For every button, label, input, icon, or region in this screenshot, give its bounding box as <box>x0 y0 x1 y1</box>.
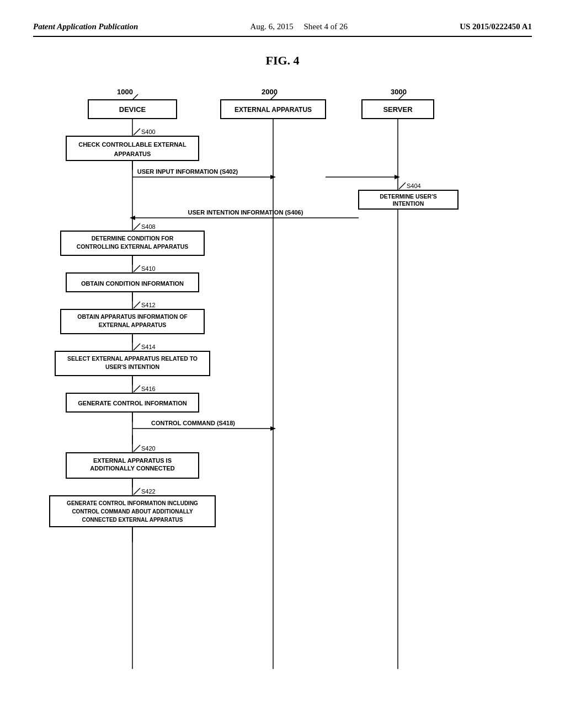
s414-text-line1: SELECT EXTERNAL APPARATUS RELATED TO <box>67 355 198 362</box>
s406-label: USER INTENTION INFORMATION (S406) <box>188 209 303 216</box>
page-header: Patent Application Publication Aug. 6, 2… <box>33 22 532 37</box>
arrow-to-server <box>395 175 400 179</box>
svg-line-7 <box>399 183 406 189</box>
s400-text-line1: CHECK CONTROLLABLE EXTERNAL <box>78 141 186 148</box>
date-sheet: Aug. 6, 2015 Sheet 4 of 26 <box>250 22 348 31</box>
s422-text-line1: GENERATE CONTROL INFORMATION INCLUDING <box>67 500 198 506</box>
figure-title: FIG. 4 <box>33 53 532 68</box>
svg-line-21 <box>134 445 140 452</box>
sheet: Sheet 4 of 26 <box>303 22 348 31</box>
col3-number: 3000 <box>391 88 407 96</box>
s400-label: S400 <box>141 129 156 135</box>
s412-text-line2: EXTERNAL APPARATUS <box>99 322 167 328</box>
svg-line-3 <box>134 129 140 135</box>
s412-label: S412 <box>141 302 156 308</box>
s412-text-line1: OBTAIN APPARATUS INFORMATION OF <box>77 313 188 320</box>
svg-line-17 <box>134 386 140 392</box>
svg-line-13 <box>134 302 140 308</box>
s420-text-line2: ADDITIONALLY CONNECTED <box>90 465 174 472</box>
s408-text-line1: DETERMINE CONDITION FOR <box>92 235 174 242</box>
s420-label: S420 <box>141 445 156 452</box>
col2-number: 2000 <box>262 88 278 96</box>
s410-text: OBTAIN CONDITION INFORMATION <box>81 280 184 287</box>
s422-text-line2: CONTROL COMMAND ABOUT ADDITIONALLY <box>72 508 193 515</box>
external-apparatus-label: EXTERNAL APPARATUS <box>234 106 312 114</box>
s414-text-line2: USER'S INTENTION <box>105 363 159 370</box>
s418-label: CONTROL COMMAND (S418) <box>151 420 235 426</box>
flow-diagram: 1000 2000 3000 DEVICE EXTERNAL APPARATUS… <box>33 84 463 680</box>
s420-text-line1: EXTERNAL APPARATUS IS <box>93 457 172 464</box>
col1-number: 1000 <box>117 88 133 96</box>
svg-line-9 <box>134 223 140 230</box>
publication-label: Patent Application Publication <box>33 22 138 31</box>
s404-text-line2: INTENTION <box>393 200 424 207</box>
svg-line-11 <box>134 265 140 272</box>
date: Aug. 6, 2015 <box>250 22 293 31</box>
s414-label: S414 <box>141 344 156 350</box>
s416-label: S416 <box>141 386 156 392</box>
s416-text: GENERATE CONTROL INFORMATION <box>78 400 186 406</box>
s422-label: S422 <box>141 488 156 495</box>
page: Patent Application Publication Aug. 6, 2… <box>0 0 565 728</box>
s402-label: USER INPUT INFORMATION (S402) <box>137 168 238 175</box>
server-label: SERVER <box>383 105 413 114</box>
s408-label: S408 <box>141 223 156 230</box>
svg-line-23 <box>134 488 140 495</box>
s422-text-line3: CONNECTED EXTERNAL APPARATUS <box>82 517 183 523</box>
s410-label: S410 <box>141 265 156 272</box>
patent-number: US 2015/0222450 A1 <box>460 22 532 31</box>
s404-text-line1: DETERMINE USER'S <box>380 193 436 200</box>
s408-text-line2: CONTROLLING EXTERNAL APPARATUS <box>77 243 189 250</box>
s404-label: S404 <box>407 183 421 189</box>
svg-line-15 <box>134 344 140 350</box>
s400-text-line2: APPARATUS <box>114 151 151 157</box>
device-label: DEVICE <box>119 105 146 114</box>
